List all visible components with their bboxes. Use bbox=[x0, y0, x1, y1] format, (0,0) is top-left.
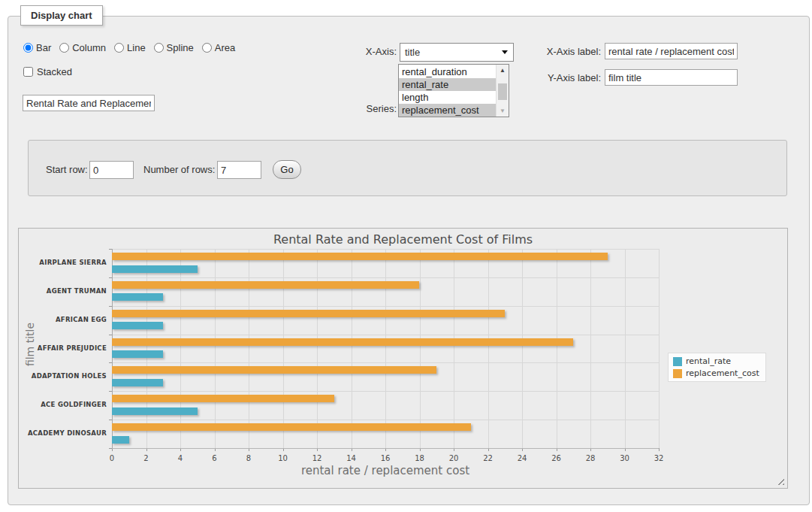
num-rows-input[interactable] bbox=[217, 161, 261, 179]
series-option-rental_duration[interactable]: rental_duration bbox=[399, 65, 496, 78]
x-axis-line bbox=[112, 448, 659, 449]
category-label: ACADEMY DINOSAUR bbox=[28, 429, 107, 437]
bar-rental_rate-african-egg bbox=[112, 322, 163, 329]
bar-replacement_cost-african-egg bbox=[112, 310, 505, 317]
x-tick-label: 16 bbox=[381, 454, 391, 462]
x-tick-label: 24 bbox=[518, 454, 527, 462]
chart-type-label-area: Area bbox=[215, 42, 235, 53]
y-axis-label-input[interactable] bbox=[605, 69, 738, 86]
bar-replacement_cost-airplane-sierra bbox=[112, 253, 608, 260]
series-option-length[interactable]: length bbox=[399, 91, 496, 104]
chart-type-spline[interactable]: Spline bbox=[154, 42, 194, 53]
chart-type-bar[interactable]: Bar bbox=[23, 42, 51, 53]
x-tick-label: 20 bbox=[449, 454, 459, 462]
x-axis-select[interactable]: title bbox=[400, 43, 514, 62]
chart-type-radio-area[interactable] bbox=[202, 43, 212, 53]
category-label: AFFAIR PREJUDICE bbox=[38, 344, 107, 352]
chart-type-line[interactable]: Line bbox=[114, 42, 146, 53]
stacked-checkbox[interactable] bbox=[23, 67, 33, 77]
bar-rental_rate-airplane-sierra bbox=[112, 265, 198, 273]
display-chart-page: Display chart BarColumnLineSplineArea St… bbox=[0, 0, 812, 512]
x-tick-label: 32 bbox=[654, 454, 664, 462]
start-row-label: Start row: bbox=[46, 164, 88, 175]
series-listbox[interactable]: rental_durationrental_ratelengthreplacem… bbox=[398, 64, 509, 117]
x-tick-label: 0 bbox=[110, 454, 114, 462]
x-tick-label: 10 bbox=[278, 454, 288, 462]
chart-type-area[interactable]: Area bbox=[202, 42, 235, 53]
gridline-v bbox=[488, 249, 489, 448]
chart-type-radio-line[interactable] bbox=[114, 43, 124, 53]
stacked-checkbox-row[interactable]: Stacked bbox=[23, 66, 72, 77]
series-label: Series: bbox=[343, 103, 397, 114]
x-tick-label: 14 bbox=[346, 454, 356, 462]
bar-rental_rate-ace-goldfinger bbox=[112, 407, 198, 415]
series-option-replacement_cost[interactable]: replacement_cost bbox=[399, 104, 496, 117]
category-label: AIRPLANE SIERRA bbox=[39, 259, 107, 266]
scrollbar-thumb[interactable] bbox=[498, 83, 507, 100]
gridline-v bbox=[146, 249, 147, 448]
stacked-label: Stacked bbox=[37, 66, 72, 77]
bar-rental_rate-agent-truman bbox=[112, 293, 163, 301]
chart-type-label-column: Column bbox=[72, 42, 106, 53]
gridline-v bbox=[215, 249, 216, 448]
gridline-v bbox=[659, 249, 660, 448]
gridline-v bbox=[420, 249, 421, 448]
gridline-v bbox=[590, 249, 591, 448]
start-row-input[interactable] bbox=[89, 161, 134, 179]
x-axis-selected-value: title bbox=[405, 47, 420, 58]
x-tick-label: 30 bbox=[620, 454, 629, 462]
legend-label-replacement_cost: replacement_cost bbox=[686, 368, 759, 378]
x-tick-label: 2 bbox=[143, 454, 148, 462]
x-tick-label: 6 bbox=[212, 454, 216, 462]
chart-type-radio-bar[interactable] bbox=[23, 43, 33, 53]
bar-rental_rate-adaptation-holes bbox=[112, 379, 163, 386]
chart-type-column[interactable]: Column bbox=[59, 42, 106, 53]
category-label: ADAPTATION HOLES bbox=[32, 372, 107, 380]
gridline-v bbox=[522, 249, 523, 448]
chart-type-radio-spline[interactable] bbox=[154, 43, 164, 53]
chevron-down-icon bbox=[502, 50, 508, 54]
scroll-down-icon[interactable]: ▼ bbox=[497, 105, 509, 117]
gridline-v bbox=[625, 249, 626, 448]
chart-type-radio-column[interactable] bbox=[59, 43, 69, 53]
chart-type-radios: BarColumnLineSplineArea bbox=[23, 42, 235, 53]
x-tick-label: 28 bbox=[586, 454, 596, 462]
series-option-rental_rate[interactable]: rental_rate bbox=[399, 78, 496, 91]
x-tick-label: 18 bbox=[415, 454, 424, 462]
y-axis-line bbox=[112, 249, 113, 448]
bar-replacement_cost-academy-dinosaur bbox=[112, 423, 471, 431]
category-label: AGENT TRUMAN bbox=[47, 287, 107, 295]
x-tick-label: 8 bbox=[246, 454, 251, 462]
legend-item-rental_rate[interactable]: rental_rate bbox=[673, 356, 759, 366]
chart-panel: Rental Rate and Replacement Cost of Film… bbox=[18, 228, 788, 489]
category-label: AFRICAN EGG bbox=[56, 316, 107, 323]
gridline-v bbox=[385, 249, 386, 448]
x-tick-label: 4 bbox=[178, 454, 183, 462]
chart-title-input[interactable] bbox=[23, 95, 155, 111]
legend-swatch-rental_rate bbox=[673, 357, 682, 366]
series-scrollbar[interactable]: ▲ ▼ bbox=[496, 65, 509, 117]
x-axis-tick bbox=[659, 448, 660, 451]
bar-replacement_cost-agent-truman bbox=[112, 281, 419, 289]
x-axis-label-input[interactable] bbox=[605, 43, 738, 59]
bar-replacement_cost-ace-goldfinger bbox=[112, 395, 334, 402]
fieldset-legend: Display chart bbox=[20, 5, 103, 26]
legend-item-replacement_cost[interactable]: replacement_cost bbox=[673, 368, 759, 378]
gridline-v bbox=[317, 249, 318, 448]
chart-y-axis-title: film title bbox=[24, 323, 36, 366]
scroll-up-icon[interactable]: ▲ bbox=[497, 65, 509, 76]
bar-rental_rate-affair-prejudice bbox=[112, 350, 163, 358]
chart-type-label-line: Line bbox=[127, 42, 146, 53]
bar-replacement_cost-affair-prejudice bbox=[112, 338, 573, 346]
resize-handle-icon[interactable] bbox=[776, 477, 784, 485]
gridline-v bbox=[352, 249, 352, 448]
x-axis-select-label: X-Axis: bbox=[343, 46, 397, 57]
bar-rental_rate-academy-dinosaur bbox=[112, 436, 129, 444]
rows-panel: Start row: Number of rows: Go bbox=[28, 140, 787, 196]
chart-type-label-bar: Bar bbox=[36, 42, 51, 53]
legend-label-rental_rate: rental_rate bbox=[686, 356, 731, 366]
gridline-v bbox=[557, 249, 557, 448]
gridline-v bbox=[454, 249, 454, 448]
go-button[interactable]: Go bbox=[273, 160, 301, 179]
chart-title: Rental Rate and Replacement Cost of Film… bbox=[19, 232, 787, 247]
